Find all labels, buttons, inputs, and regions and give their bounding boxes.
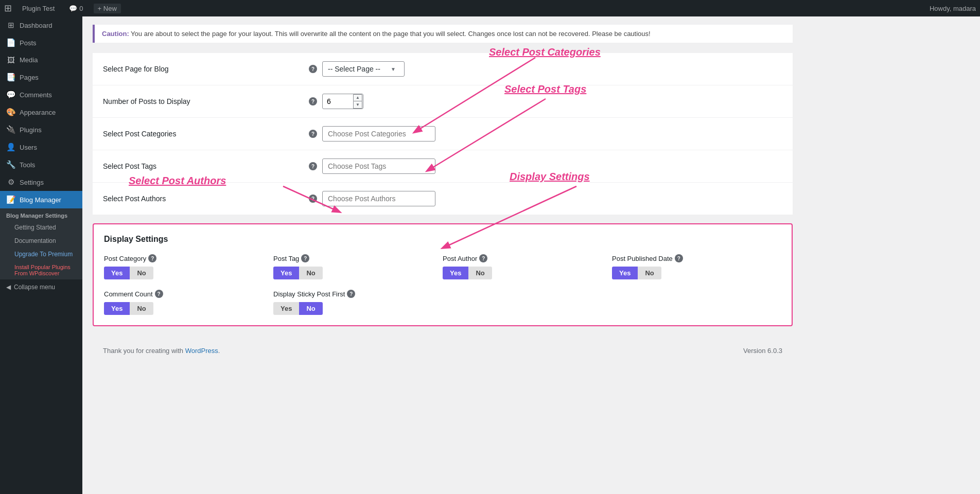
posts-icon: 📄 bbox=[6, 38, 15, 47]
help-icon-comment-count[interactable]: ? bbox=[155, 290, 163, 298]
collapse-menu-button[interactable]: ◀ Collapse menu bbox=[0, 279, 82, 295]
field-row-post-authors: Select Post Authors ? bbox=[93, 183, 793, 215]
submenu-upgrade[interactable]: Upgrade To Premium bbox=[0, 248, 82, 261]
yn-toggle-display-sticky: Yes No bbox=[273, 302, 443, 315]
help-icon-post-tag[interactable]: ? bbox=[301, 254, 309, 262]
sidebar-item-plugins[interactable]: 🔌 Plugins bbox=[0, 121, 82, 138]
site-name[interactable]: Plugin Test bbox=[18, 5, 59, 12]
sidebar-item-media[interactable]: 🖼 Media bbox=[0, 51, 82, 68]
submenu-install-plugins[interactable]: Install Popular Plugins From WPdiscover bbox=[0, 261, 82, 279]
comments-link[interactable]: 💬 0 bbox=[65, 5, 87, 12]
sidebar-item-settings[interactable]: ⚙ Settings bbox=[0, 173, 82, 191]
blog-manager-icon: 📝 bbox=[6, 195, 15, 204]
collapse-icon: ◀ bbox=[6, 284, 11, 291]
caution-text: You are about to select the page for you… bbox=[131, 30, 651, 38]
yn-no-post-category[interactable]: No bbox=[130, 267, 153, 279]
sidebar-item-comments[interactable]: 💬 Comments bbox=[0, 86, 82, 103]
wp-logo[interactable]: ⊞ bbox=[4, 3, 12, 14]
ds-label-post-tag: Post Tag ? bbox=[273, 254, 443, 262]
pages-icon: 📑 bbox=[6, 73, 15, 82]
sidebar-item-appearance[interactable]: 🎨 Appearance bbox=[0, 103, 82, 121]
field-control-post-authors: ? bbox=[309, 191, 435, 206]
yn-toggle-post-author: Yes No bbox=[443, 267, 612, 279]
sidebar-item-blog-manager[interactable]: 📝 Blog Manager bbox=[0, 191, 82, 208]
ds-item-comment-count: Comment Count ? Yes No bbox=[104, 290, 273, 315]
field-label-num-posts: Number of Posts to Display bbox=[103, 97, 309, 105]
ds-label-post-author: Post Author ? bbox=[443, 254, 612, 262]
select-page-dropdown[interactable]: -- Select Page -- ▼ bbox=[322, 61, 405, 77]
field-row-post-tags: Select Post Tags ? bbox=[93, 150, 793, 183]
spinner-up[interactable]: ▲ bbox=[353, 94, 362, 101]
sidebar-item-posts[interactable]: 📄 Posts bbox=[0, 34, 82, 51]
footer-left: Thank you for creating with WordPress. bbox=[103, 347, 220, 355]
help-icon-post-categories[interactable]: ? bbox=[309, 130, 317, 138]
yn-toggle-comment-count: Yes No bbox=[104, 302, 273, 315]
yn-no-post-published-date[interactable]: No bbox=[638, 267, 661, 279]
admin-sidebar: ⊞ Dashboard 📄 Posts 🖼 Media 📑 Pages 💬 Co… bbox=[0, 16, 82, 494]
caution-banner: Caution: You are about to select the pag… bbox=[93, 25, 793, 43]
sidebar-label-appearance: Appearance bbox=[20, 109, 56, 116]
yn-yes-post-tag[interactable]: Yes bbox=[273, 267, 299, 279]
sidebar-label-posts: Posts bbox=[20, 39, 37, 47]
yn-no-post-tag[interactable]: No bbox=[299, 267, 322, 279]
settings-icon: ⚙ bbox=[6, 178, 15, 187]
select-page-value: -- Select Page -- bbox=[328, 65, 380, 73]
submenu-documentation[interactable]: Documentation bbox=[0, 234, 82, 248]
num-posts-spinners: ▲ ▼ bbox=[353, 94, 362, 109]
sidebar-label-pages: Pages bbox=[20, 74, 39, 81]
new-button[interactable]: + New bbox=[94, 4, 121, 13]
yn-no-display-sticky[interactable]: No bbox=[299, 302, 322, 315]
post-authors-input[interactable] bbox=[322, 191, 435, 206]
sidebar-label-media: Media bbox=[20, 56, 38, 64]
yn-no-comment-count[interactable]: No bbox=[130, 302, 153, 315]
help-icon-post-tags[interactable]: ? bbox=[309, 162, 317, 170]
yn-yes-display-sticky[interactable]: Yes bbox=[273, 302, 299, 315]
display-settings-box: Display Settings Post Category ? Yes No bbox=[93, 223, 793, 326]
wp-footer: Thank you for creating with WordPress. V… bbox=[93, 342, 793, 360]
help-icon-num-posts[interactable]: ? bbox=[309, 97, 317, 105]
yn-no-post-author[interactable]: No bbox=[468, 267, 492, 279]
media-icon: 🖼 bbox=[6, 56, 15, 64]
wordpress-link[interactable]: WordPress bbox=[185, 347, 218, 355]
ds-label-comment-count: Comment Count ? bbox=[104, 290, 273, 298]
help-icon-post-category[interactable]: ? bbox=[148, 254, 156, 262]
ds-label-display-sticky: Display Sticky Post First ? bbox=[273, 290, 443, 298]
help-icon-post-author[interactable]: ? bbox=[479, 254, 487, 262]
sidebar-label-comments: Comments bbox=[20, 91, 52, 99]
appearance-icon: 🎨 bbox=[6, 108, 15, 117]
sidebar-item-dashboard[interactable]: ⊞ Dashboard bbox=[0, 16, 82, 34]
submenu-title: Blog Manager Settings bbox=[0, 208, 82, 221]
post-categories-input[interactable] bbox=[322, 126, 435, 142]
yn-yes-post-published-date[interactable]: Yes bbox=[612, 267, 638, 279]
field-row-num-posts: Number of Posts to Display ? ▲ ▼ bbox=[93, 85, 793, 118]
field-row-post-categories: Select Post Categories ? bbox=[93, 118, 793, 150]
yn-toggle-post-published-date: Yes No bbox=[612, 267, 781, 279]
admin-bar: ⊞ Plugin Test 💬 0 + New Howdy, madara bbox=[0, 0, 980, 16]
help-icon-select-page[interactable]: ? bbox=[309, 65, 317, 73]
yn-yes-comment-count[interactable]: Yes bbox=[104, 302, 130, 315]
sidebar-item-users[interactable]: 👤 Users bbox=[0, 138, 82, 156]
yn-yes-post-category[interactable]: Yes bbox=[104, 267, 130, 279]
spinner-down[interactable]: ▼ bbox=[353, 101, 362, 109]
display-settings-title: Display Settings bbox=[104, 235, 781, 244]
sidebar-label-tools: Tools bbox=[20, 161, 35, 169]
help-icon-post-authors[interactable]: ? bbox=[309, 195, 317, 203]
submenu-getting-started[interactable]: Getting Started bbox=[0, 221, 82, 234]
sidebar-item-tools[interactable]: 🔧 Tools bbox=[0, 156, 82, 173]
help-icon-post-published-date[interactable]: ? bbox=[675, 254, 683, 262]
tools-icon: 🔧 bbox=[6, 160, 15, 169]
sidebar-label-settings: Settings bbox=[20, 179, 44, 186]
users-icon: 👤 bbox=[6, 143, 15, 152]
ds-label-post-category: Post Category ? bbox=[104, 254, 273, 262]
plugins-icon: 🔌 bbox=[6, 125, 15, 134]
help-icon-display-sticky[interactable]: ? bbox=[347, 290, 355, 298]
field-control-post-categories: ? bbox=[309, 126, 435, 142]
collapse-label: Collapse menu bbox=[14, 284, 55, 291]
comments-icon: 💬 bbox=[6, 90, 15, 99]
sidebar-item-pages[interactable]: 📑 Pages bbox=[0, 68, 82, 86]
field-control-select-page: ? -- Select Page -- ▼ bbox=[309, 61, 405, 77]
field-control-num-posts: ? ▲ ▼ bbox=[309, 94, 363, 109]
post-tags-input[interactable] bbox=[322, 158, 435, 174]
yn-yes-post-author[interactable]: Yes bbox=[443, 267, 468, 279]
num-posts-input-wrap: ▲ ▼ bbox=[322, 94, 363, 109]
